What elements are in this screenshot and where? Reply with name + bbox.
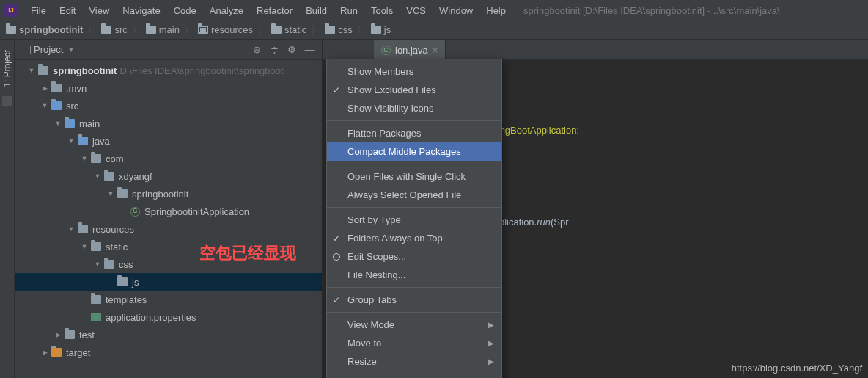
arrow-right-icon[interactable]: ▶ [41,84,48,92]
folder-blue-icon [78,137,88,145]
folder-icon [65,330,75,339]
menu-item-label: Show Members [347,66,413,77]
menu-item-resize[interactable]: Resize▶ [327,352,501,371]
menu-item-flatten-packages[interactable]: Flatten Packages [327,124,501,142]
menu-item-view-mode[interactable]: View Mode▶ [327,316,501,334]
tree-node-label: resources [92,224,134,235]
tree-node[interactable]: ▼main [15,115,322,132]
check-icon: ✓ [333,233,340,244]
folder-icon [101,26,111,34]
target-icon[interactable]: ⊕ [250,43,263,57]
arrow-down-icon[interactable]: ▼ [94,172,101,180]
tree-node[interactable]: ▼css [15,255,322,273]
breadcrumb-item[interactable]: resources [198,24,253,35]
tree-node[interactable]: ▶target [15,344,322,361]
menu-analyze[interactable]: Analyze [204,3,249,18]
tree-node[interactable]: ▼src [15,97,322,115]
menu-window[interactable]: Window [433,3,479,18]
breadcrumb-item[interactable]: css [325,24,353,35]
project-tree: 空包已经显现 ▼springbootinitD:\Files IDEA\spri… [15,60,322,378]
menu-item-folders-always-on-top[interactable]: ✓Folders Always on Top [327,229,501,247]
tree-node[interactable]: application.properties [15,308,322,326]
arrow-down-icon[interactable]: ▼ [81,243,88,250]
menu-item-show-excluded-files[interactable]: ✓Show Excluded Files [327,81,501,99]
menu-item-sort-by-type[interactable]: Sort by Type [327,211,501,229]
menu-item-edit-scopes-[interactable]: Edit Scopes... [327,247,501,266]
menu-build[interactable]: Build [300,3,333,18]
tree-node[interactable]: ▼springbootinit [15,185,322,203]
arrow-down-icon[interactable]: ▼ [54,120,62,127]
tree-node[interactable]: ▼com [15,150,322,167]
menu-item-file-nesting-[interactable]: File Nesting... [327,266,501,284]
tree-node-label: js [132,277,139,288]
menu-refactor[interactable]: Refactor [251,3,298,18]
project-toolwindow-tab[interactable]: 1: Project [1,46,14,92]
menu-navigate[interactable]: Navigate [117,3,166,18]
tree-node[interactable]: ▼static [15,238,322,255]
tree-node[interactable]: ▼xdyangf [15,167,322,185]
menu-edit[interactable]: Edit [54,3,81,18]
menu-item-move-to[interactable]: Move to▶ [327,334,501,352]
menu-item-group-tabs[interactable]: ✓Group Tabs [327,291,501,309]
tree-node[interactable]: js [15,273,322,291]
window-title-path: springbootinit [D:\Files IDEA\springboot… [523,5,780,16]
tree-node[interactable]: templates [15,291,322,308]
code-token: run [537,217,551,228]
tree-node-label: java [92,136,110,147]
breadcrumb-item[interactable]: js [371,24,391,35]
tree-node[interactable]: ▶.mvn [15,79,322,97]
menu-item-show-visibility-icons[interactable]: Show Visibility Icons [327,99,501,117]
breadcrumb-label: css [338,24,353,35]
chevron-right-icon: 〉 [184,23,194,37]
tree-node-label: src [66,101,78,112]
menu-vcs[interactable]: VCS [400,3,432,18]
arrow-right-icon[interactable]: ▶ [54,331,62,338]
menu-tools[interactable]: Tools [365,3,399,18]
tree-node[interactable]: ▼java [15,132,322,150]
tree-node[interactable]: ▼resources [15,220,322,238]
tree-node[interactable]: ▶test [15,326,322,344]
gear-icon[interactable]: ⚙ [285,43,298,57]
tree-node-label: springbootinit [132,189,188,200]
menu-item-show-members[interactable]: Show Members [327,62,501,81]
menu-file[interactable]: File [25,3,52,18]
editor-tab[interactable]: C ion.java × [374,40,446,59]
menu-code[interactable]: Code [168,3,202,18]
menu-run[interactable]: Run [334,3,364,18]
folder-icon [325,26,335,34]
tree-node-label: xdyangf [119,171,152,182]
menu-separator [327,287,501,288]
breadcrumb-item[interactable]: springbootinit [6,24,83,35]
arrow-down-icon[interactable]: ▼ [41,102,48,109]
menu-item-always-select-opened-file[interactable]: Always Select Opened File [327,186,501,204]
menu-item-label: Compact Middle Packages [347,146,461,157]
menu-view[interactable]: View [83,3,115,18]
arrow-down-icon[interactable]: ▼ [67,137,75,145]
check-icon: ✓ [333,85,340,95]
toolwindow-square-icon [2,96,12,106]
folder-icon [104,172,114,181]
hide-icon[interactable]: ― [303,43,316,57]
arrow-down-icon[interactable]: ▼ [81,155,88,162]
menu-item-compact-middle-packages[interactable]: Compact Middle Packages [327,142,501,161]
breadcrumb-label: springbootinit [19,24,83,35]
arrow-down-icon[interactable]: ▼ [67,225,75,233]
menu-help[interactable]: Help [480,3,512,18]
arrow-down-icon[interactable]: ▼ [94,261,101,268]
project-panel-title[interactable]: Project ▼ [21,44,246,55]
folder-icon [117,277,128,286]
tree-node-label: springbootinit [53,65,117,76]
arrow-down-icon[interactable]: ▼ [107,190,114,197]
breadcrumb-item[interactable]: src [101,24,127,35]
submenu-arrow-icon: ▶ [488,321,494,329]
breadcrumb-item[interactable]: static [271,24,306,35]
arrow-right-icon[interactable]: ▶ [41,349,48,356]
collapse-icon[interactable]: ≑ [268,43,281,57]
menu-item-open-files-with-single-click[interactable]: Open Files with Single Click [327,167,501,186]
breadcrumb-item[interactable]: main [146,24,180,35]
tree-node[interactable]: ▼springbootinitD:\Files IDEA\springbooti… [15,62,322,79]
close-icon[interactable]: × [433,45,438,56]
menu-separator [327,312,501,313]
arrow-down-icon[interactable]: ▼ [28,67,35,74]
tree-node[interactable]: SpringbootinitApplication [15,203,322,220]
